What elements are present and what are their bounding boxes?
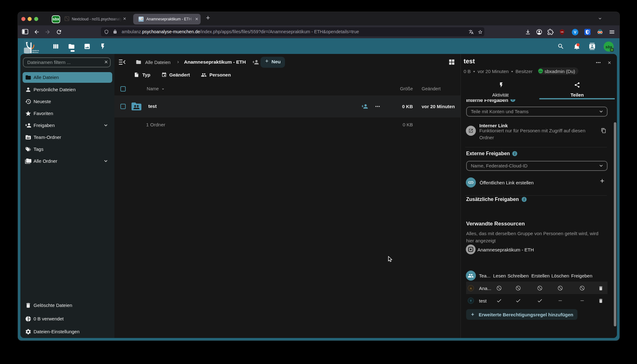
svg-text:V: V: [574, 30, 576, 34]
svg-text:Akademie: Akademie: [32, 50, 39, 51]
svg-text:A: A: [470, 287, 472, 290]
svg-text:München: München: [32, 51, 39, 53]
svg-text:sbx: sbx: [539, 70, 543, 72]
svg-text:UO: UO: [561, 31, 564, 33]
svg-text:T: T: [470, 299, 472, 303]
svg-text:sbx: sbx: [599, 34, 601, 35]
